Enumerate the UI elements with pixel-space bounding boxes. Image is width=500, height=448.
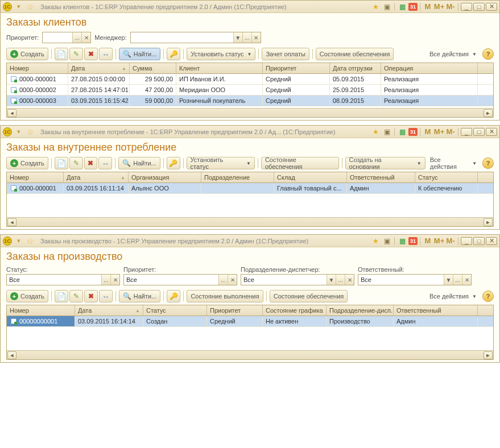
help-button[interactable]: ? (482, 291, 494, 302)
clear-icon[interactable]: ✕ (462, 275, 471, 285)
m-minus-button[interactable]: M- (445, 127, 456, 136)
column-header[interactable]: Подразделение (201, 172, 274, 182)
ellipsis-button[interactable]: ... (242, 32, 251, 43)
m-plus-button[interactable]: M+ (434, 2, 444, 11)
m-button[interactable]: M (423, 237, 433, 246)
find-button[interactable]: 🔍Найти... (119, 290, 161, 302)
horizontal-scrollbar[interactable]: ◄ ► (7, 108, 493, 117)
calc-icon[interactable]: ▦ (397, 237, 407, 246)
copy-button[interactable]: 📄 (55, 157, 68, 169)
dropdown-icon[interactable]: ▾ (14, 237, 23, 246)
edit-button[interactable]: ✎ (69, 290, 83, 302)
filter-input[interactable]: Все▼...✕ (358, 274, 472, 285)
scroll-right-button[interactable]: ► (484, 351, 493, 359)
table-row[interactable]: 0000000000103.09.2015 16:14:14СозданСред… (7, 316, 493, 327)
set-status-button[interactable]: Установить статус▼ (187, 157, 255, 169)
all-actions-button[interactable]: Все действия▼ (426, 290, 480, 302)
widgets-icon[interactable]: ▣ (382, 127, 392, 136)
close-button[interactable]: ✕ (486, 128, 497, 136)
credit-button[interactable]: Зачет оплаты (262, 48, 309, 60)
column-header[interactable]: Подразделение-дисп... (327, 305, 394, 316)
table-row[interactable]: 0000-00000103.09.2015 16:11:14Альянс ООО… (7, 183, 493, 194)
dropdown-icon[interactable]: ▾ (14, 127, 23, 136)
maximize-button[interactable]: □ (473, 237, 485, 245)
delete-button[interactable]: ✖ (84, 48, 98, 60)
calc-icon[interactable]: ▦ (397, 127, 407, 136)
copy-button[interactable]: 📄 (55, 290, 68, 302)
star-icon[interactable]: ★ (370, 127, 381, 136)
m-button[interactable]: M (423, 2, 433, 11)
column-header[interactable]: Статус (143, 305, 207, 316)
clear-icon[interactable]: ✕ (345, 275, 354, 285)
filter-input[interactable]: ...✕ (42, 32, 91, 43)
favorite-star-icon[interactable]: ☆ (26, 2, 35, 11)
copy-button[interactable]: 📄 (55, 48, 68, 60)
m-plus-button[interactable]: M+ (434, 127, 444, 136)
m-plus-button[interactable]: M+ (434, 237, 444, 246)
column-header[interactable]: Приоритет (263, 63, 330, 73)
column-header[interactable]: Сумма (130, 63, 176, 73)
horizontal-scrollbar[interactable]: ◄ ► (7, 217, 493, 226)
create-based-button[interactable]: Создать на основании▼ (345, 157, 425, 169)
calendar-icon[interactable]: 31 (408, 128, 418, 136)
ellipsis-button[interactable]: ... (72, 32, 81, 43)
create-button[interactable]: +Создать (6, 48, 48, 60)
all-actions-button[interactable]: Все действия▼ (427, 157, 480, 169)
maximize-button[interactable]: □ (473, 128, 485, 136)
maximize-button[interactable]: □ (473, 3, 485, 11)
column-header[interactable]: Статус (415, 172, 478, 182)
star-icon[interactable]: ★ (370, 237, 381, 246)
column-header[interactable]: Ответственный (394, 305, 478, 316)
ellipsis-button[interactable]: ... (101, 275, 110, 285)
column-header[interactable]: Ответственный (347, 172, 415, 182)
key-button[interactable]: 🔑 (167, 48, 180, 60)
filter-input[interactable]: Все▼...✕ (241, 274, 354, 285)
column-header[interactable]: Склад (274, 172, 347, 182)
minimize-button[interactable]: _ (461, 128, 472, 136)
dropdown-icon[interactable]: ▼ (233, 32, 242, 43)
filter-input[interactable]: Все...✕ (6, 274, 120, 285)
exec-state-button[interactable]: Состояние выполнения (187, 290, 263, 302)
table-row[interactable]: 0000-00000303.09.2015 16:15:4259 000,00Р… (7, 96, 493, 106)
scroll-left-button[interactable]: ◄ (7, 218, 16, 226)
calendar-icon[interactable]: 31 (408, 3, 418, 11)
supply-state-button[interactable]: Состояние обеспечения (261, 157, 339, 169)
column-header[interactable]: Дата▲ (75, 305, 143, 316)
dropdown-icon[interactable]: ▼ (444, 275, 453, 285)
supply-state-button[interactable]: Состояние обеспечения (270, 290, 348, 302)
clear-icon[interactable]: ✕ (251, 32, 261, 43)
create-button[interactable]: +Создать (6, 290, 48, 302)
column-header[interactable]: Номер (7, 63, 68, 73)
horizontal-scrollbar[interactable]: ◄ ► (7, 350, 493, 359)
key-button[interactable]: 🔑 (167, 157, 180, 169)
delete-button[interactable]: ✖ (84, 157, 98, 169)
favorite-star-icon[interactable]: ☆ (26, 127, 35, 136)
edit-button[interactable]: ✎ (69, 157, 83, 169)
clear-icon[interactable]: ✕ (81, 32, 90, 43)
scroll-left-button[interactable]: ◄ (7, 351, 16, 359)
column-header[interactable]: Номер (7, 172, 64, 182)
calendar-icon[interactable]: 31 (408, 237, 418, 245)
clear-icon[interactable]: ✕ (228, 275, 237, 285)
filter-input[interactable]: ▼...✕ (130, 32, 261, 43)
m-minus-button[interactable]: M- (445, 2, 456, 11)
find-button[interactable]: 🔍Найти... (119, 48, 161, 60)
favorite-star-icon[interactable]: ☆ (26, 237, 35, 246)
column-header[interactable]: Клиент (176, 63, 263, 73)
star-icon[interactable]: ★ (370, 2, 381, 11)
refresh-button[interactable]: ↔ (98, 157, 112, 169)
scroll-right-button[interactable]: ► (484, 218, 493, 226)
help-button[interactable]: ? (482, 48, 494, 60)
edit-button[interactable]: ✎ (69, 48, 83, 60)
calc-icon[interactable]: ▦ (397, 2, 407, 11)
supply-state-button[interactable]: Состояние обеспечения (316, 48, 394, 60)
scroll-left-button[interactable]: ◄ (7, 109, 16, 117)
m-minus-button[interactable]: M- (445, 237, 456, 246)
table-row[interactable]: 0000-00000127.08.2015 0:00:0029 500,00ИП… (7, 74, 493, 85)
all-actions-button[interactable]: Все действия▼ (426, 48, 480, 60)
refresh-button[interactable]: ↔ (99, 290, 113, 302)
clear-icon[interactable]: ✕ (110, 275, 119, 285)
close-button[interactable]: ✕ (486, 237, 497, 245)
ellipsis-button[interactable]: ... (453, 275, 462, 285)
column-header[interactable]: Операция (381, 63, 478, 73)
